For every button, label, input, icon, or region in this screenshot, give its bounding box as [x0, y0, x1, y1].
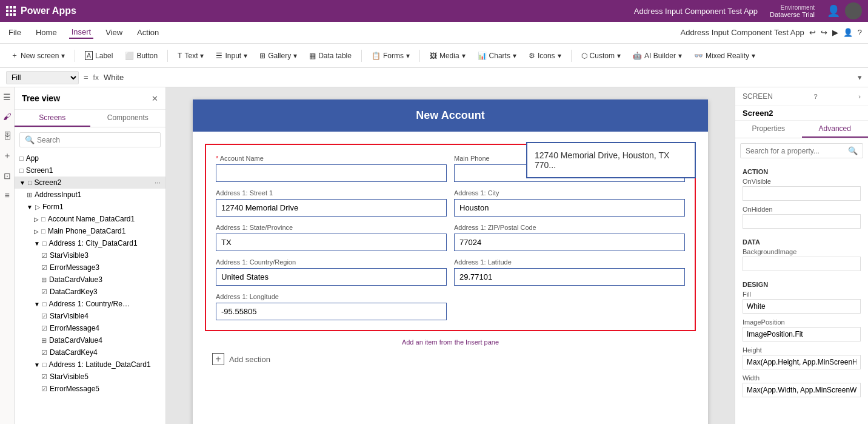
help-icon[interactable]: ?: [858, 28, 862, 37]
menu-view[interactable]: View: [103, 27, 125, 38]
tree-item-screen2[interactable]: ▼ □ Screen2 ···: [15, 177, 165, 189]
formula-expand-icon[interactable]: ▾: [858, 73, 862, 82]
height-input[interactable]: [743, 355, 861, 369]
input-button[interactable]: ☰ Input ▾: [211, 49, 252, 62]
data-icon[interactable]: 🗄: [3, 131, 12, 141]
tab-components[interactable]: Components: [90, 110, 166, 127]
prop-width: Width: [743, 374, 861, 397]
onvisible-input[interactable]: [743, 186, 861, 201]
fill-input[interactable]: [743, 299, 861, 314]
panel-expand-icon[interactable]: ›: [858, 93, 861, 100]
tree-item-datacardvalue3[interactable]: ⊞ DataCardValue3: [15, 274, 165, 286]
tree-item-addressinput1[interactable]: ⊞ AddressInput1: [15, 189, 165, 201]
imageposition-input[interactable]: [743, 327, 861, 342]
svg-rect-1: [10, 6, 12, 8]
zip-input[interactable]: [454, 234, 685, 251]
media-button[interactable]: 🖼 Media ▾: [425, 49, 470, 62]
ai-builder-button[interactable]: 🤖 AI Builder ▾: [628, 49, 687, 62]
tree-item-country-card[interactable]: ▼ □ Address 1: Country/Region_DataCard..…: [15, 298, 165, 310]
gallery-button[interactable]: ⊞ Gallery ▾: [255, 49, 302, 62]
divider-4: [419, 50, 420, 62]
formula-dropdown[interactable]: Fill: [6, 71, 79, 84]
plus-icon[interactable]: ＋: [3, 150, 12, 161]
account-name-input[interactable]: [216, 164, 447, 182]
lat-expand[interactable]: ▼: [34, 362, 40, 368]
state-input[interactable]: [216, 234, 447, 251]
menu-action[interactable]: Action: [135, 27, 161, 38]
forms-button[interactable]: 📋 Forms ▾: [367, 49, 415, 62]
undo-icon[interactable]: ↩: [809, 28, 816, 37]
search-input[interactable]: [37, 136, 155, 144]
tree-item-starvisible3[interactable]: ☑ StarVisible3: [15, 249, 165, 261]
tree-item-datacardvalue4[interactable]: ⊞ DataCardValue4: [15, 334, 165, 346]
screen2-more[interactable]: ···: [155, 178, 161, 187]
main-layout: ☰ 🖌 🗄 ＋ ⊡ ≡ Tree view ✕ Screens Componen…: [0, 87, 868, 424]
add-section[interactable]: + Add section: [205, 346, 696, 372]
component-icon[interactable]: ⊡: [4, 171, 11, 181]
city-input[interactable]: [454, 199, 685, 217]
tree-item-starvisible4[interactable]: ☑ StarVisible4: [15, 310, 165, 322]
tree-item-datacardkey3[interactable]: ☑ DataCardKey3: [15, 286, 165, 298]
onhidden-input[interactable]: [743, 214, 861, 229]
custom-button[interactable]: ⬡ Custom ▾: [576, 49, 626, 62]
tab-screens[interactable]: Screens: [15, 110, 90, 127]
country-expand[interactable]: ▼: [34, 301, 40, 308]
tree-item-errormsg5[interactable]: ☑ ErrorMessage5: [15, 383, 165, 395]
menu-file[interactable]: File: [6, 27, 24, 38]
tree-item-screen1[interactable]: □ Screen1: [15, 164, 165, 177]
country-label: Address 1: Country/Region: [216, 258, 447, 266]
button-button[interactable]: ⬜ Button: [120, 49, 162, 62]
data-table-button[interactable]: ▦ Data table: [304, 49, 356, 62]
street1-input[interactable]: [216, 199, 447, 217]
screen2-expand[interactable]: ▼: [19, 180, 25, 186]
tree-item-account-name-card[interactable]: ▷ □ Account Name_DataCard1: [15, 213, 165, 225]
sidebar-header: Tree view ✕: [15, 87, 165, 110]
input-icon: ☰: [216, 52, 222, 60]
mixed-reality-button[interactable]: 👓 Mixed Reality ▾: [689, 49, 760, 62]
tree-item-latitude-card[interactable]: ▼ □ Address 1: Latitude_DataCard1: [15, 358, 165, 371]
backgroundimage-input[interactable]: [743, 257, 861, 271]
sidebar-close-icon[interactable]: ✕: [152, 94, 158, 103]
redo-icon[interactable]: ↪: [821, 28, 827, 37]
ai-builder-chevron: ▾: [678, 52, 682, 60]
property-search-input[interactable]: [746, 147, 848, 155]
country-input[interactable]: [216, 268, 447, 286]
run-icon[interactable]: ▶: [832, 28, 838, 37]
menu-insert[interactable]: Insert: [69, 26, 94, 39]
width-input[interactable]: [743, 383, 861, 397]
tree-item-datacardkey4[interactable]: ☑ DataCardKey4: [15, 346, 165, 358]
icons-button[interactable]: ⚙ Icons ▾: [524, 49, 566, 62]
tree-item-city-card[interactable]: ▼ □ Address 1: City_DataCard1: [15, 237, 165, 249]
tree-item-errormsg3[interactable]: ☑ ErrorMessage3: [15, 261, 165, 274]
charts-button[interactable]: 📊 Charts ▾: [473, 49, 521, 62]
label-button[interactable]: A Label: [80, 49, 118, 62]
text-button[interactable]: T Text ▾: [173, 49, 209, 62]
waffle-icon[interactable]: [6, 6, 16, 16]
menu-home[interactable]: Home: [33, 27, 59, 38]
tree-item-form1[interactable]: ▼ ▷ Form1: [15, 201, 165, 213]
vars-icon[interactable]: ≡: [4, 190, 9, 200]
address-display[interactable]: 12740 Memorial Drive, Houston, TX 770...: [526, 142, 696, 178]
form1-expand[interactable]: ▼: [27, 204, 33, 210]
latitude-input[interactable]: [454, 268, 685, 286]
canvas-area[interactable]: New Account 12740 Memorial Drive, Housto…: [166, 87, 735, 424]
tab-advanced[interactable]: Advanced: [802, 121, 869, 138]
tree-item-app[interactable]: □ App: [15, 152, 165, 164]
action-section-label: ACTION: [743, 163, 861, 178]
datacardvalue3-icon: ⊞: [41, 276, 47, 284]
share-icon[interactable]: 👤: [843, 28, 853, 37]
formula-input[interactable]: [104, 73, 853, 82]
tree-item-starvisible5[interactable]: ☑ StarVisible5: [15, 371, 165, 383]
help-circle-icon[interactable]: ?: [814, 93, 818, 100]
brush-icon[interactable]: 🖌: [3, 112, 12, 121]
user-icon[interactable]: 👤: [827, 4, 840, 18]
avatar[interactable]: [845, 2, 862, 19]
tab-properties[interactable]: Properties: [735, 121, 802, 138]
new-screen-button[interactable]: ＋ New screen ▾: [6, 48, 70, 63]
city-expand[interactable]: ▼: [34, 240, 40, 247]
hamburger-icon[interactable]: ☰: [3, 92, 11, 102]
tree-item-errormsg4[interactable]: ☑ ErrorMessage4: [15, 322, 165, 334]
longitude-input[interactable]: [216, 303, 447, 320]
svg-rect-2: [13, 6, 16, 8]
tree-item-main-phone-card[interactable]: ▷ □ Main Phone_DataCard1: [15, 225, 165, 237]
